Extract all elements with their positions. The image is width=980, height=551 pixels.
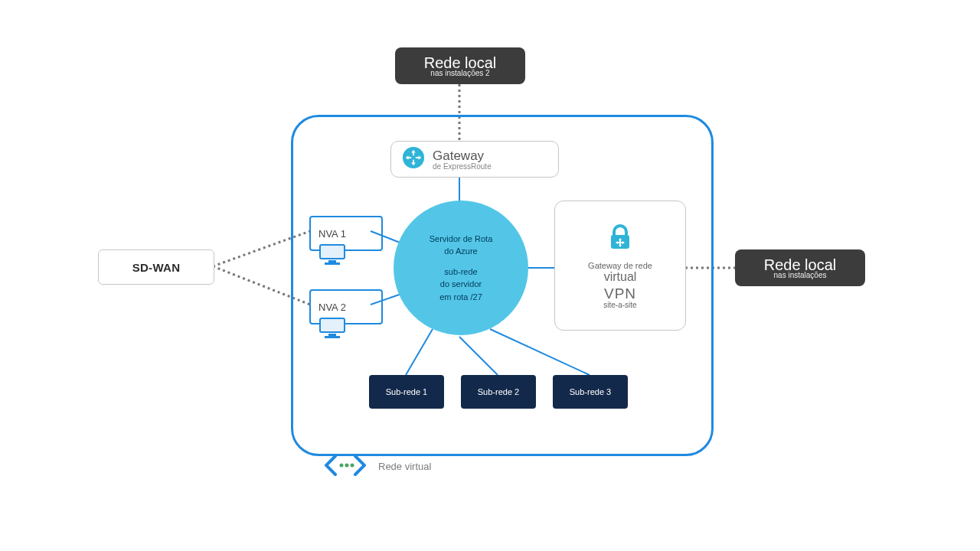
expressroute-gateway: Gateway de ExpressRoute — [390, 141, 559, 178]
subnet-2: Sub-rede 2 — [461, 375, 536, 409]
onprem1-sub: nas instalações — [774, 271, 827, 279]
gateway-title: Gateway — [433, 148, 492, 164]
subnet-1: Sub-rede 1 — [369, 375, 444, 409]
svg-rect-17 — [320, 318, 345, 332]
rs-l1: Servidor de Rota — [430, 233, 493, 246]
sdwan-label: SD-WAN — [132, 261, 181, 274]
subnet-3-label: Sub-rede 3 — [570, 387, 611, 396]
vnet-label: Rede virtual — [378, 461, 431, 472]
svg-point-22 — [345, 464, 349, 468]
nva2-label: NVA 2 — [318, 302, 346, 313]
rs-l5: em rota /27 — [439, 291, 482, 304]
nva1-label: NVA 1 — [318, 228, 346, 240]
subnet-3: Sub-rede 3 — [553, 375, 628, 409]
vnet-icon — [325, 453, 366, 481]
onprem-network-2: Rede local nas instalações 2 — [395, 47, 525, 84]
azure-route-server: Servidor de Rota do Azure sub-rede do se… — [394, 201, 528, 335]
svg-rect-19 — [325, 336, 340, 338]
rs-l4: do servidor — [440, 278, 482, 291]
svg-rect-13 — [320, 245, 345, 259]
svg-point-23 — [351, 464, 354, 468]
monitor-icon-1 — [318, 243, 346, 269]
vpn-gateway: Gateway de rede virtual VPN site-a-site — [554, 201, 686, 331]
lock-icon — [605, 223, 635, 256]
onprem-network-1: Rede local nas instalações — [735, 249, 865, 286]
vpn-l1: Gateway de rede — [588, 261, 652, 270]
gateway-text: Gateway de ExpressRoute — [433, 148, 492, 171]
onprem2-sub: nas instalações 2 — [430, 69, 489, 77]
sdwan-box: SD-WAN — [98, 249, 214, 285]
subnet-2-label: Sub-rede 2 — [478, 387, 519, 396]
rs-l2: do Azure — [444, 245, 477, 258]
svg-rect-14 — [328, 260, 336, 262]
svg-rect-15 — [325, 262, 340, 265]
onprem1-title: Rede local — [764, 257, 837, 272]
svg-rect-18 — [328, 334, 336, 336]
vpn-l2: virtual — [604, 270, 637, 284]
expressroute-icon — [402, 146, 425, 172]
vpn-l4: site-a-site — [603, 301, 636, 309]
diagram-canvas: Rede local nas instalações 2 SD-WAN Rede… — [0, 0, 980, 551]
vpn-l3: VPN — [604, 285, 636, 302]
rs-l3: sub-rede — [444, 266, 477, 279]
svg-point-21 — [340, 464, 344, 468]
subnet-1-label: Sub-rede 1 — [386, 387, 427, 396]
onprem2-title: Rede local — [424, 55, 497, 70]
gateway-sub: de ExpressRoute — [433, 162, 492, 171]
monitor-icon-2 — [318, 317, 346, 343]
